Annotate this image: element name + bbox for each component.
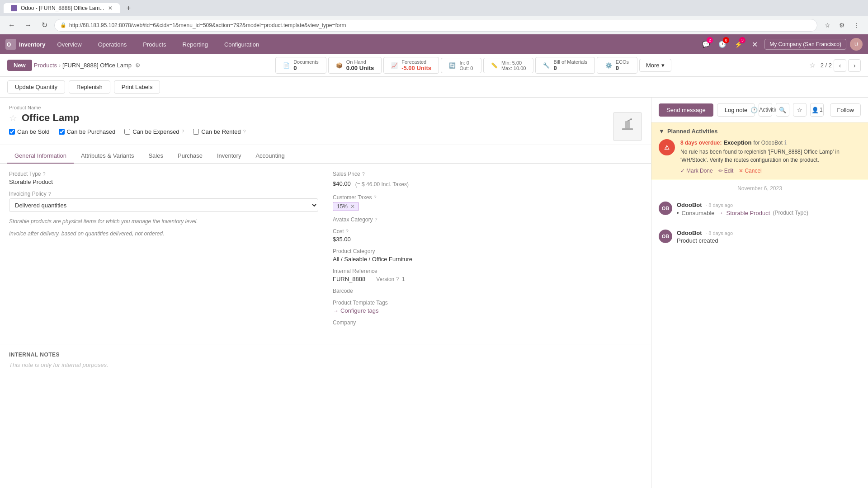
more-label: More — [646, 62, 660, 69]
product-image[interactable] — [613, 112, 642, 141]
activity-info-icon[interactable]: ℹ — [784, 139, 787, 146]
checkmark-icon: ✓ — [680, 168, 685, 174]
odoobot-avatar-0: OB — [659, 202, 672, 215]
nav-products[interactable]: Products — [138, 39, 170, 50]
can-be-purchased-checkbox[interactable]: Can be Purchased — [59, 128, 116, 135]
forecasted-value: -5.00 Units — [401, 65, 431, 71]
can-be-purchased-input[interactable] — [59, 129, 65, 135]
documents-stat-button[interactable]: 📄 Documents 0 — [275, 57, 326, 74]
close-session-button[interactable]: ✕ — [748, 38, 761, 51]
activities-button[interactable]: 🕐 Activities — [759, 103, 772, 117]
on-hand-stat-button[interactable]: 📦 On Hand 0.00 Units — [328, 57, 382, 74]
internal-ref-label: Internal Reference — [333, 268, 642, 274]
user-avatar[interactable]: U — [850, 38, 863, 51]
avatax-help-icon[interactable]: ? — [375, 217, 377, 222]
print-labels-button[interactable]: Print Labels — [114, 80, 160, 94]
next-record-button[interactable]: › — [848, 59, 861, 72]
ecos-stat-button[interactable]: ⚙️ ECOs 0 — [597, 57, 637, 74]
new-record-button[interactable]: New — [7, 60, 32, 71]
can-be-sold-input[interactable] — [9, 129, 15, 135]
can-be-rented-checkbox[interactable]: Can be Rented ? — [193, 128, 245, 135]
address-bar[interactable]: 🔒 http://68.183.95.102:8078/web#id=6&cid… — [54, 19, 817, 32]
nav-configuration[interactable]: Configuration — [220, 39, 264, 50]
update-quantity-button[interactable]: Update Quantity — [7, 80, 65, 94]
send-message-button[interactable]: Send message — [659, 103, 713, 117]
tab-general-information[interactable]: General Information — [7, 149, 74, 164]
max-label: Max: 10.00 — [501, 66, 526, 71]
tab-sales[interactable]: Sales — [141, 149, 170, 164]
company-label[interactable]: My Company (San Francisco) — [764, 39, 846, 50]
nav-overview[interactable]: Overview — [53, 39, 86, 50]
internal-notes-label: INTERNAL NOTES — [9, 352, 642, 358]
sales-price-help-icon[interactable]: ? — [362, 171, 365, 177]
settings-gear-icon[interactable]: ⚙ — [135, 62, 141, 69]
nav-reporting[interactable]: Reporting — [178, 39, 212, 50]
cost-value: $35.00 — [333, 236, 642, 243]
tab-attributes-variants[interactable]: Attributes & Variants — [74, 149, 142, 164]
checkboxes-row: Can be Sold Can be Purchased Can be Expe… — [9, 128, 245, 135]
internal-notes-placeholder[interactable]: This note is only for internal purposes. — [9, 361, 642, 368]
follow-button[interactable]: Follow — [830, 103, 861, 117]
on-hand-icon: 📦 — [336, 62, 343, 69]
bullet-dot-0: • — [677, 210, 679, 216]
brand-logo[interactable]: O Inventory — [5, 39, 46, 50]
chat-message-0: OB OdooBot - 8 days ago • Consumable → S… — [651, 197, 868, 221]
configure-tags-link[interactable]: → Configure tags — [333, 307, 642, 314]
search-messages-button[interactable]: 🔍 — [776, 103, 789, 117]
bullet-from-0: Consumable — [682, 210, 715, 216]
can-be-rented-input[interactable] — [193, 129, 199, 135]
product-type-help-icon[interactable]: ? — [43, 171, 46, 177]
mark-done-link[interactable]: ✓ Mark Done — [680, 168, 713, 174]
refresh-button[interactable]: ↻ — [38, 19, 51, 32]
menu-button[interactable]: ⋮ — [850, 19, 863, 32]
cancel-activity-link[interactable]: ✕ Cancel — [739, 168, 761, 174]
invoicing-policy-help-icon[interactable]: ? — [48, 191, 51, 197]
invoicing-policy-select[interactable]: Delivered quantities — [9, 198, 318, 212]
version-help-icon[interactable]: ? — [396, 276, 399, 282]
cost-label: Cost ? — [333, 228, 642, 235]
members-button[interactable]: 👤 1 — [810, 103, 824, 117]
tab-inventory[interactable]: Inventory — [210, 149, 248, 164]
tab-accounting[interactable]: Accounting — [248, 149, 292, 164]
breadcrumb-products-link[interactable]: Products — [34, 62, 57, 69]
product-name-value[interactable]: Office Lamp — [22, 112, 79, 124]
customer-taxes-help-icon[interactable]: ? — [373, 195, 376, 200]
log-note-button[interactable]: Log note — [717, 103, 755, 117]
customer-tax-tag[interactable]: 15% ✕ — [333, 202, 359, 211]
favorite-button[interactable]: ☆ — [806, 59, 819, 72]
can-be-expensed-checkbox[interactable]: Can be Expensed ? — [124, 128, 184, 135]
forecasted-stat-button[interactable]: 📈 Forecasted -5.00 Units — [383, 57, 439, 74]
more-button[interactable]: More ▾ — [639, 59, 671, 72]
star-messages-button[interactable]: ☆ — [793, 103, 807, 117]
star-favorite-icon[interactable]: ☆ — [9, 113, 17, 123]
bom-stat-button[interactable]: 🔧 Bill of Materials 0 — [535, 57, 595, 74]
sales-price-label: Sales Price ? — [333, 171, 642, 177]
in-out-stat-button[interactable]: 🔄 In: 0 Out: 0 — [441, 58, 481, 73]
min-max-stat-button[interactable]: 📏 Min: 5.00 Max: 10.00 — [483, 58, 533, 73]
form-main-row: Product Type ? Storable Product Invoicin… — [9, 171, 642, 331]
new-tab-button[interactable]: + — [123, 3, 134, 14]
search-messages-icon: 🔍 — [779, 107, 786, 113]
edit-activity-link[interactable]: ✏ Edit — [718, 168, 734, 174]
chat-change-0: • Consumable → Storable Product (Product… — [677, 209, 861, 216]
chat-msg-body-1: OdooBot - 8 days ago Product created — [677, 230, 861, 244]
remove-tax-icon[interactable]: ✕ — [350, 203, 355, 210]
tab-purchase[interactable]: Purchase — [170, 149, 210, 164]
tab-close-icon[interactable]: ✕ — [108, 5, 113, 11]
nav-operations[interactable]: Operations — [94, 39, 132, 50]
back-button[interactable]: ← — [5, 19, 18, 32]
svg-rect-3 — [625, 121, 630, 128]
activity-button[interactable]: 🕐 8 — [716, 38, 728, 51]
prev-record-button[interactable]: ‹ — [834, 59, 846, 72]
forward-button[interactable]: → — [22, 19, 34, 32]
can-be-sold-checkbox[interactable]: Can be Sold — [9, 128, 50, 135]
replenish-button[interactable]: Replenish — [69, 80, 110, 94]
bookmark-button[interactable]: ☆ — [821, 19, 834, 32]
browser-tab[interactable]: Odoo - [FURN_8888] Office Lam... ✕ — [4, 3, 120, 13]
chat-button[interactable]: 💬 2 — [699, 38, 712, 51]
cost-help-icon[interactable]: ? — [346, 229, 349, 234]
extensions-button[interactable]: ⚙ — [835, 19, 848, 32]
barcode-label: Barcode — [333, 288, 642, 294]
can-be-expensed-input[interactable] — [124, 129, 130, 135]
apps-button[interactable]: ⚡ 3 — [732, 38, 745, 51]
